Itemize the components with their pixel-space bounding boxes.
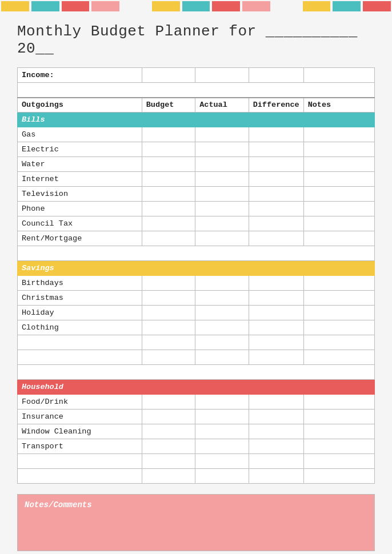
header-budget: Budget [142,98,195,113]
bills-label: Bills [18,113,375,127]
savings-empty-2 [18,350,375,365]
table-row: Christmas [18,291,375,306]
top-bar-seg-1 [1,1,29,11]
top-bar-seg-13 [363,1,391,11]
top-bar-seg-4 [91,1,119,11]
household-empty-2 [18,469,375,484]
table-row: Birthdays [18,276,375,291]
top-bar-seg-11 [303,1,331,11]
top-bar [0,0,392,13]
top-bar-seg-3 [62,1,90,11]
top-bar-seg-10 [273,1,301,11]
top-bar-seg-6 [152,1,180,11]
header-outgoings: Outgoings [18,98,142,113]
table-row: Insurance [18,410,375,424]
household-insurance: Insurance [18,410,142,424]
table-row: Television [18,187,375,202]
header-actual: Actual [195,98,249,113]
savings-clothing: Clothing [18,320,142,335]
spacer-row-3 [18,365,375,380]
table-row: Rent/Mortgage [18,231,375,246]
header-notes: Notes [303,98,374,113]
income-row: Income: [18,68,375,83]
table-row: Water [18,157,375,172]
income-budget [142,68,195,83]
bills-phone: Phone [18,202,142,216]
table-row: Holiday [18,306,375,320]
savings-empty-1 [18,335,375,350]
bills-internet: Internet [18,172,142,187]
header-diff: Difference [249,98,303,113]
income-label: Income: [18,68,142,83]
table-row: Phone [18,202,375,216]
top-bar-seg-8 [212,1,240,11]
table-row: Food/Drink [18,395,375,410]
top-bar-seg-2 [31,1,59,11]
top-bar-seg-12 [333,1,361,11]
bills-gas: Gas [18,127,142,142]
main-content: Monthly Budget Planner for __________ 20… [0,13,392,554]
household-transport: Transport [18,439,142,454]
table-row: Window Cleaning [18,424,375,439]
income-notes [303,68,374,83]
page: Monthly Budget Planner for __________ 20… [0,0,392,554]
top-bar-seg-9 [242,1,270,11]
notes-title: Notes/Comments [25,500,367,509]
top-bar-seg-7 [182,1,210,11]
income-actual [195,68,249,83]
savings-christmas: Christmas [18,291,142,306]
spacer-row-2 [18,246,375,261]
household-empty-1 [18,454,375,469]
table-row: Gas [18,127,375,142]
section-savings: Savings [18,261,375,276]
table-row: Clothing [18,320,375,335]
table-headers: Outgoings Budget Actual Difference Notes [18,98,375,113]
top-bar-seg-5 [122,1,150,11]
budget-table: Income: Outgoings Budget Actual Differen… [17,67,375,484]
spacer-row-1 [18,83,375,98]
page-title: Monthly Budget Planner for __________ 20… [17,23,375,57]
table-row: Transport [18,439,375,454]
income-diff [249,68,303,83]
savings-holiday: Holiday [18,306,142,320]
bills-council-tax: Council Tax [18,216,142,231]
table-row: Council Tax [18,216,375,231]
section-bills: Bills [18,113,375,127]
savings-label: Savings [18,261,375,276]
household-window-cleaning: Window Cleaning [18,424,142,439]
household-label: Household [18,380,375,395]
section-household: Household [18,380,375,395]
bills-television: Television [18,187,142,202]
bills-rent-mortgage: Rent/Mortgage [18,231,142,246]
bills-water: Water [18,157,142,172]
bills-electric: Electric [18,142,142,157]
notes-section: Notes/Comments [17,494,375,551]
table-row: Electric [18,142,375,157]
household-food-drink: Food/Drink [18,395,142,410]
savings-birthdays: Birthdays [18,276,142,291]
table-row: Internet [18,172,375,187]
